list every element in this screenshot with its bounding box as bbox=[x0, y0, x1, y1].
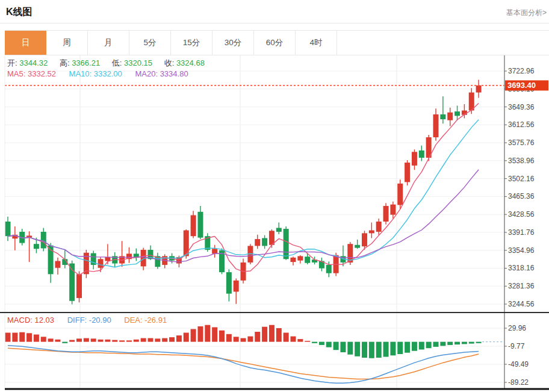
close-value: 3324.68 bbox=[176, 58, 205, 67]
price-tick-label: 3538.96 bbox=[508, 157, 535, 165]
macd-histogram-bar bbox=[148, 338, 154, 342]
candle-up[interactable] bbox=[383, 206, 389, 222]
price-tick-label: 3354.96 bbox=[508, 246, 535, 255]
candle-down[interactable] bbox=[419, 151, 424, 158]
macd-histogram-bar bbox=[226, 334, 232, 342]
macd-tick-label: -89.22 bbox=[508, 378, 529, 387]
macd-histogram-bar bbox=[69, 340, 75, 342]
candle-up[interactable] bbox=[362, 233, 367, 246]
ma20-legend: MA20: 3334.80 bbox=[135, 69, 188, 78]
macd-histogram-bar bbox=[19, 332, 25, 342]
price-tick-label: 3502.16 bbox=[508, 175, 535, 183]
price-tick-label: 3465.36 bbox=[508, 192, 535, 201]
candle-up[interactable] bbox=[55, 261, 60, 267]
macd-histogram-bar bbox=[41, 337, 46, 341]
macd-histogram-bar bbox=[462, 342, 467, 344]
price-tick-label: 3575.76 bbox=[508, 138, 535, 147]
candle-up[interactable] bbox=[447, 113, 453, 120]
price-tick-label: 3612.56 bbox=[508, 120, 535, 129]
candle-down[interactable] bbox=[454, 111, 460, 116]
macd-histogram-bar bbox=[369, 342, 374, 358]
macd-histogram-bar bbox=[197, 326, 203, 342]
candle-up[interactable] bbox=[297, 256, 303, 260]
macd-histogram-bar bbox=[469, 342, 474, 344]
candle-down[interactable] bbox=[262, 238, 267, 246]
macd-histogram-bar bbox=[55, 340, 60, 342]
candle-up[interactable] bbox=[476, 86, 482, 93]
price-tick-label: 3428.56 bbox=[508, 210, 535, 219]
candle-down[interactable] bbox=[284, 229, 289, 259]
macd-histogram-bar bbox=[219, 331, 225, 342]
macd-histogram-bar bbox=[347, 342, 353, 355]
macd-histogram-bar bbox=[5, 333, 11, 342]
macd-histogram-bar bbox=[355, 342, 360, 356]
candle-up[interactable] bbox=[184, 230, 189, 256]
candle-up[interactable] bbox=[412, 152, 417, 166]
macd-histogram-bar bbox=[234, 337, 239, 341]
macd-histogram-bar bbox=[91, 338, 96, 341]
candle-up[interactable] bbox=[369, 230, 374, 233]
candle-down[interactable] bbox=[355, 245, 360, 248]
macd-histogram-bar bbox=[76, 338, 82, 341]
candle-up[interactable] bbox=[291, 258, 296, 262]
macd-histogram-bar bbox=[447, 342, 453, 345]
candle-up[interactable] bbox=[405, 163, 410, 182]
candle-up[interactable] bbox=[376, 222, 382, 232]
macd-histogram-bar bbox=[48, 338, 54, 341]
macd-histogram-bar bbox=[255, 332, 260, 342]
candle-up[interactable] bbox=[191, 215, 196, 236]
candle-up[interactable] bbox=[397, 184, 403, 205]
open-value: 3344.32 bbox=[19, 58, 48, 67]
macd-histogram-bar bbox=[105, 340, 110, 342]
candle-down[interactable] bbox=[34, 244, 39, 249]
candle-down[interactable] bbox=[41, 232, 46, 249]
candle-down[interactable] bbox=[326, 265, 332, 273]
macd-histogram-bar bbox=[305, 341, 310, 342]
macd-histogram-bar bbox=[276, 328, 282, 342]
macd-histogram-bar bbox=[134, 340, 139, 342]
candle-down[interactable] bbox=[69, 264, 75, 301]
macd-histogram-bar bbox=[284, 333, 289, 342]
candle-up[interactable] bbox=[234, 281, 239, 292]
macd-histogram-bar bbox=[184, 333, 189, 342]
dea-value-legend: DEA: -26.91 bbox=[124, 316, 167, 325]
macd-histogram-bar bbox=[433, 342, 439, 347]
macd-histogram-bar bbox=[126, 340, 132, 341]
candle-down[interactable] bbox=[197, 212, 203, 238]
high-label: 高: bbox=[60, 58, 70, 67]
candle-up[interactable] bbox=[212, 249, 217, 254]
price-tick-label: 3649.36 bbox=[508, 103, 535, 111]
price-tick-label: 3281.36 bbox=[508, 282, 535, 290]
macd-histogram-bar bbox=[262, 327, 267, 342]
macd-histogram-bar bbox=[247, 337, 253, 342]
macd-histogram-bar bbox=[212, 327, 217, 341]
candle-up[interactable] bbox=[105, 257, 110, 261]
close-label: 收: bbox=[164, 58, 175, 67]
macd-histogram-bar bbox=[12, 333, 17, 342]
high-value: 3366.21 bbox=[72, 58, 100, 67]
low-value: 3320.15 bbox=[124, 58, 152, 67]
macd-tick-label: -49.49 bbox=[508, 360, 529, 369]
kline-page: K线图 基本面分析> 日 周 月 5分 15分 30分 60分 4时 3722.… bbox=[0, 0, 549, 392]
macd-histogram-bar bbox=[326, 342, 332, 347]
candle-up[interactable] bbox=[390, 205, 395, 215]
macd-tick-label: -9.77 bbox=[508, 342, 525, 350]
macd-histogram-bar bbox=[291, 337, 296, 342]
macd-histogram-bar bbox=[119, 340, 125, 341]
macd-histogram-bar bbox=[440, 342, 445, 346]
candle-down[interactable] bbox=[440, 114, 445, 119]
candle-down[interactable] bbox=[226, 272, 232, 294]
macd-histogram-bar bbox=[84, 338, 89, 342]
candle-up[interactable] bbox=[433, 114, 439, 137]
candle-down[interactable] bbox=[5, 222, 11, 236]
candle-up[interactable] bbox=[98, 259, 104, 268]
candle-up[interactable] bbox=[76, 274, 82, 298]
macd-histogram-bar bbox=[333, 342, 339, 350]
macd-histogram-bar bbox=[319, 342, 324, 345]
macd-histogram-bar bbox=[62, 342, 67, 343]
candle-up[interactable] bbox=[255, 239, 260, 246]
candle-down[interactable] bbox=[305, 257, 310, 263]
candle-down[interactable] bbox=[276, 228, 282, 231]
macd-histogram-bar bbox=[26, 333, 32, 341]
current-price-tag-label: 3693.40 bbox=[507, 81, 536, 90]
